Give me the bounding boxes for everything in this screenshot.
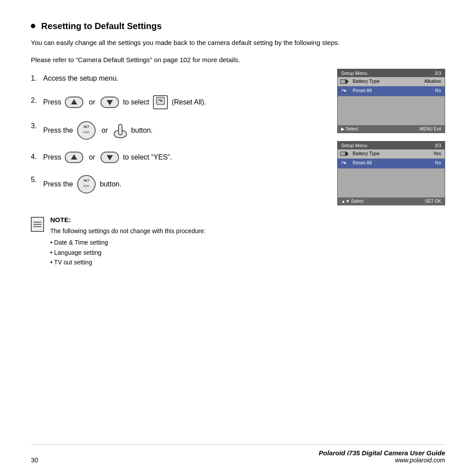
page-footer: 30 Polaroid i735 Digital Camera User Gui… (31, 444, 445, 464)
set-disp-button-2-icon: SET DISP (77, 175, 96, 194)
svg-text:DISP: DISP (83, 185, 89, 187)
screen-1-footer-right: MENU Exit (420, 126, 441, 131)
step-1-content: Access the setup menu. (43, 73, 119, 84)
screen-2-body (338, 169, 445, 197)
footer-brand-title: Polaroid i735 Digital Camera User Guide (319, 449, 445, 457)
screen-1-footer-select: ▶ Select (341, 126, 358, 131)
step-5-content: Press the SET DISP button. (43, 175, 121, 194)
footer-page-number: 30 (31, 456, 38, 464)
battery-2-icon (338, 149, 351, 158)
step-4-num: 4. (31, 152, 43, 162)
screens-column: Setup Menu 3/3 Battery Type Alkaline Res… (337, 69, 445, 205)
svg-text:DISP: DISP (83, 131, 89, 134)
step-3-content: Press the SET DISP or button. (43, 121, 153, 140)
camera-screen-1: Setup Menu 3/3 Battery Type Alkaline Res… (337, 69, 445, 133)
down-arrow-button-icon (100, 97, 119, 108)
note-body: The following settings do not change wit… (50, 226, 445, 268)
screen-1-footer-left: ▶ Select (341, 126, 358, 131)
note-list-item-1: Date & Time setting (50, 238, 445, 247)
screen-2-row-2: Reset All No (338, 159, 445, 169)
section-title: Resetting to Default Settings (31, 21, 445, 31)
step-1: 1. Access the setup menu. (31, 73, 324, 84)
camera-screen-2: Setup Menu 3/3 Battery Type Yes Reset Al… (337, 141, 445, 205)
set-disp-button-icon: SET DISP (77, 121, 96, 140)
screen-2-reset-label: Reset All (351, 159, 431, 168)
note-icon-line-3 (33, 226, 41, 227)
screen-2-footer-right: SET OK (425, 199, 442, 204)
note-icon (31, 217, 44, 232)
steps-and-screens: 1. Access the setup menu. 2. Press or (31, 73, 445, 205)
step-4: 4. Press or to select “YES”. (31, 152, 324, 163)
screen-2-row-1: Battery Type Yes (338, 149, 445, 159)
note-icon-line-1 (33, 222, 41, 223)
screen-1-row-1: Battery Type Alkaline (338, 77, 445, 86)
svg-rect-19 (347, 80, 348, 83)
footer-brand-url: www.polaroid.com (319, 457, 445, 464)
note-list-item-3: TV out setting (50, 257, 445, 267)
svg-point-15 (78, 175, 95, 193)
svg-text:SET: SET (83, 125, 89, 128)
up-arrow-button-icon (65, 97, 83, 108)
svg-rect-25 (341, 152, 345, 156)
svg-rect-4 (156, 97, 164, 104)
screen-2-reset-value: No (431, 159, 445, 168)
note-icon-line-2 (33, 224, 41, 225)
svg-rect-24 (347, 152, 348, 155)
screen-2-footer: ▲▼ Select SET OK (338, 197, 445, 205)
screen-2-footer-select: ▲▼ Select (341, 199, 363, 204)
note-content: NOTE: The following settings do not chan… (50, 216, 445, 268)
reset-2-row-icon (338, 159, 351, 168)
step-5-num: 5. (31, 175, 43, 185)
note-title: NOTE: (50, 216, 445, 223)
screen-2-pages: 3/3 (435, 143, 441, 148)
down-arrow-button-2-icon (100, 152, 119, 163)
reset-all-icon-box (153, 95, 168, 109)
note-section: NOTE: The following settings do not chan… (31, 216, 445, 268)
screen-2-footer-left: ▲▼ Select (341, 199, 363, 204)
page: Resetting to Default Settings You can ea… (0, 0, 476, 476)
screen-2-header: Setup Menu 3/3 (338, 141, 445, 149)
note-list: Date & Time setting Language setting TV … (50, 238, 445, 267)
screen-2-battery-value: Yes (430, 149, 445, 158)
screen-1-pages: 3/3 (435, 71, 441, 76)
screen-1-row-2: Reset All No (338, 86, 445, 97)
svg-rect-20 (341, 80, 345, 83)
battery-icon (338, 77, 351, 86)
note-list-item-2: Language setting (50, 248, 445, 257)
step-5: 5. Press the SET DISP button. (31, 175, 324, 194)
step-2-content: Press or to select (43, 95, 206, 109)
step-3: 3. Press the SET DISP or but (31, 121, 324, 140)
reset-row-icon (338, 86, 351, 96)
screen-1-reset-value: No (431, 86, 445, 96)
bullet-icon (31, 24, 35, 28)
intro-text: You can easily change all the settings y… (31, 37, 445, 48)
step-2-num: 2. (31, 95, 43, 106)
screen-1-header: Setup Menu 3/3 (338, 69, 445, 77)
step-2: 2. Press or to select (31, 95, 324, 109)
screen-1-footer: ▶ Select MENU Exit (338, 125, 445, 133)
svg-point-6 (78, 122, 95, 139)
ref-text: Please refer to “Camera Default Settings… (31, 56, 445, 63)
svg-marker-22 (344, 90, 346, 92)
joystick-button-icon (113, 123, 127, 138)
footer-brand: Polaroid i735 Digital Camera User Guide … (319, 449, 445, 464)
screen-1-body (338, 97, 445, 125)
svg-rect-10 (119, 124, 122, 135)
reset-icon (156, 97, 165, 105)
svg-marker-27 (344, 162, 346, 164)
up-arrow-button-2-icon (65, 152, 83, 163)
screen-1-title: Setup Menu (341, 71, 367, 76)
screen-1-battery-value: Alkaline (420, 77, 445, 86)
screen-1-battery-label: Battery Type (351, 77, 420, 86)
svg-text:SET: SET (83, 179, 89, 182)
screen-2-title: Setup Menu (341, 143, 367, 148)
step-1-num: 1. (31, 73, 43, 84)
step-4-content: Press or to select “YES”. (43, 152, 172, 163)
screen-1-reset-label: Reset All (351, 86, 431, 96)
steps-list: 1. Access the setup menu. 2. Press or (31, 73, 324, 205)
step-3-num: 3. (31, 121, 43, 131)
screen-2-battery-label: Battery Type (351, 149, 430, 158)
